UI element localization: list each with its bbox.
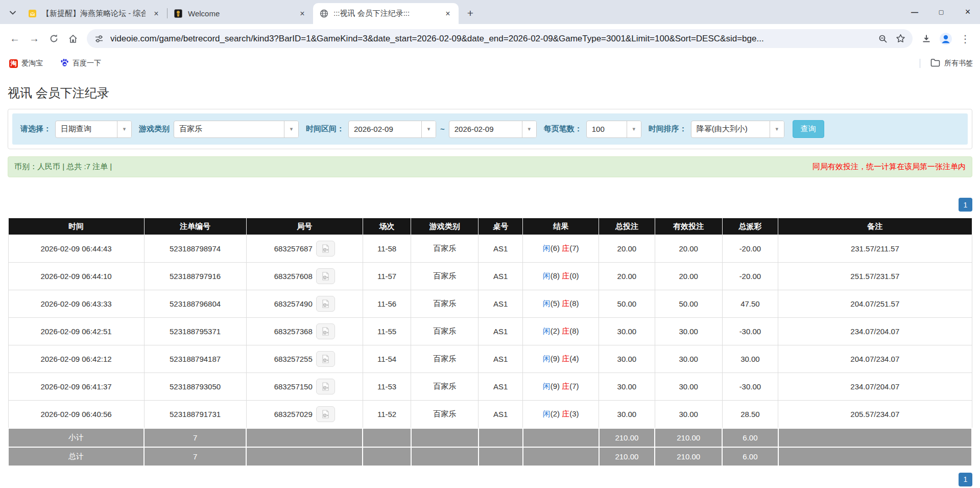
tab-bet-record-active[interactable]: :::视讯 会员下注纪录::: × — [313, 3, 459, 24]
cell-game-category: 百家乐 — [411, 373, 479, 401]
cell-total-bet[interactable]: 50.00 — [599, 290, 655, 318]
cell-table-no: AS1 — [479, 318, 523, 345]
cell-total-bet[interactable]: 20.00 — [599, 235, 655, 263]
bookmark-star-icon[interactable] — [894, 33, 906, 45]
cell-bet-id: 523188796804 — [144, 290, 246, 318]
bookmark-taobao[interactable]: 淘 爱淘宝 — [7, 56, 45, 71]
window-controls: — ▢ × — [907, 0, 975, 24]
chevron-down-icon[interactable]: ▾ — [770, 121, 784, 137]
chevron-down-icon[interactable]: ▾ — [284, 121, 298, 137]
minimize-button[interactable]: — — [907, 5, 922, 19]
video-replay-button[interactable] — [316, 406, 335, 422]
query-type-select[interactable]: 日期查询 ▾ — [55, 121, 132, 138]
bookmarks-bar: 淘 爱淘宝 百度一下 所有书签 — [0, 53, 980, 74]
url-text[interactable]: videoie.com/game/betrecord_search/kind3?… — [110, 34, 872, 44]
cell-valid-bet: 30.00 — [655, 401, 722, 428]
site-settings-icon[interactable] — [93, 33, 105, 45]
cell-payout: -20.00 — [722, 235, 778, 263]
summary-bar: 币别：人民币 | 总共 :7 注单 | 同局有效投注，统一计算在该局第一张注单内 — [8, 156, 972, 177]
cell-game-category: 百家乐 — [411, 290, 479, 318]
currency-summary: 币别：人民币 | 总共 :7 注单 | — [14, 162, 112, 172]
time-sort-select[interactable]: 降幂(由大到小) ▾ — [691, 121, 784, 138]
back-button[interactable]: ← — [6, 30, 23, 48]
tab-title: Welcome — [188, 9, 292, 18]
tab-close-icon[interactable]: × — [442, 8, 453, 19]
tab-search-chevron-icon[interactable] — [4, 4, 21, 21]
cell-total-bet[interactable]: 30.00 — [599, 345, 655, 373]
home-button[interactable] — [64, 30, 82, 48]
cell-bet-id: 523188798974 — [144, 235, 246, 263]
tab-close-icon[interactable]: × — [151, 8, 162, 19]
cell-payout: 30.00 — [722, 345, 778, 373]
page-content: 视讯 会员下注纪录 请选择： 日期查询 ▾ 游戏类别 百家乐 ▾ 时间区间： 2… — [0, 85, 980, 486]
tab-welcome[interactable]: Welcome × — [168, 3, 313, 24]
cell-session: 11-57 — [363, 263, 411, 290]
video-replay-button[interactable] — [316, 296, 335, 312]
query-button[interactable]: 查询 — [793, 120, 824, 138]
url-bar[interactable]: videoie.com/game/betrecord_search/kind3?… — [87, 29, 913, 48]
cell-bet-id: 523188795371 — [144, 318, 246, 345]
cell-valid-bet: 30.00 — [655, 345, 722, 373]
cell-valid-bet: 50.00 — [655, 290, 722, 318]
forward-button[interactable]: → — [26, 30, 43, 48]
new-tab-button[interactable]: + — [463, 6, 478, 21]
cell-payout: 47.50 — [722, 290, 778, 318]
per-page-value: 100 — [587, 121, 627, 137]
tab-title: :::视讯 会员下注纪录::: — [333, 9, 437, 18]
table-row: 2026-02-09 06:42:51 523188795371 6832573… — [8, 318, 972, 345]
cell-round-id: 683257029 — [246, 401, 363, 428]
table-row: 2026-02-09 06:44:43 523188798974 6832576… — [8, 235, 972, 263]
per-page-select[interactable]: 100 ▾ — [586, 121, 641, 138]
cell-bet-id: 523188793050 — [144, 373, 246, 401]
subtotal-label: 小计 — [8, 428, 144, 447]
cell-time: 2026-02-09 06:40:56 — [8, 401, 144, 428]
zoom-icon[interactable] — [877, 33, 889, 45]
video-replay-button[interactable] — [316, 323, 335, 339]
cell-session: 11-53 — [363, 373, 411, 401]
cell-total-bet[interactable]: 30.00 — [599, 318, 655, 345]
cell-total-bet[interactable]: 20.00 — [599, 263, 655, 290]
video-replay-button[interactable] — [316, 241, 335, 257]
chevron-down-icon[interactable]: ▾ — [117, 121, 131, 137]
subtotal-payout: 6.00 — [722, 428, 778, 447]
maximize-button[interactable]: ▢ — [934, 5, 948, 19]
window-close-button[interactable]: × — [961, 5, 975, 19]
video-replay-button[interactable] — [316, 268, 335, 284]
bet-records-table: 时间 注单编号 局号 场次 游戏类别 桌号 结果 总投注 有效投注 总派彩 备注… — [8, 218, 972, 467]
tab-close-icon[interactable]: × — [297, 8, 308, 19]
time-sort-label: 时间排序： — [649, 124, 687, 134]
tab-forum[interactable]: 【新提醒】海燕策略论坛 - 综合 × — [21, 3, 167, 24]
cell-game-category: 百家乐 — [411, 401, 479, 428]
reload-button[interactable] — [45, 30, 62, 48]
game-category-select[interactable]: 百家乐 ▾ — [174, 121, 299, 138]
subtotal-count: 7 — [144, 428, 246, 447]
all-bookmarks[interactable]: 所有书签 — [920, 58, 973, 68]
per-page-label: 每页笔数： — [544, 124, 582, 134]
cell-valid-bet: 30.00 — [655, 373, 722, 401]
downloads-button[interactable] — [918, 30, 935, 48]
cell-result: 闲(5) 庄(8) — [523, 290, 599, 318]
date-end-select[interactable]: 2026-02-09 ▾ — [449, 121, 537, 138]
video-replay-button[interactable] — [316, 351, 335, 367]
chevron-down-icon[interactable]: ▾ — [627, 121, 641, 137]
cell-total-bet[interactable]: 30.00 — [599, 401, 655, 428]
cell-table-no: AS1 — [479, 290, 523, 318]
bookmark-baidu[interactable]: 百度一下 — [58, 56, 103, 71]
cell-payout: -30.00 — [722, 373, 778, 401]
page-1-button[interactable]: 1 — [959, 473, 972, 486]
video-replay-button[interactable] — [316, 379, 335, 394]
cell-table-no: AS1 — [479, 235, 523, 263]
query-type-value: 日期查询 — [56, 121, 117, 137]
date-start-select[interactable]: 2026-02-09 ▾ — [348, 121, 436, 138]
header-total-bet: 总投注 — [599, 218, 655, 235]
menu-dots-icon[interactable]: ⋮ — [957, 30, 974, 48]
cell-round-id: 683257255 — [246, 345, 363, 373]
page-1-button[interactable]: 1 — [959, 198, 972, 212]
chevron-down-icon[interactable]: ▾ — [421, 121, 436, 137]
cell-payout: 28.50 — [722, 401, 778, 428]
cell-session: 11-54 — [363, 345, 411, 373]
chevron-down-icon[interactable]: ▾ — [522, 121, 536, 137]
profile-avatar[interactable] — [937, 30, 954, 48]
cell-total-bet[interactable]: 30.00 — [599, 373, 655, 401]
cell-result: 闲(2) 庄(3) — [523, 401, 599, 428]
